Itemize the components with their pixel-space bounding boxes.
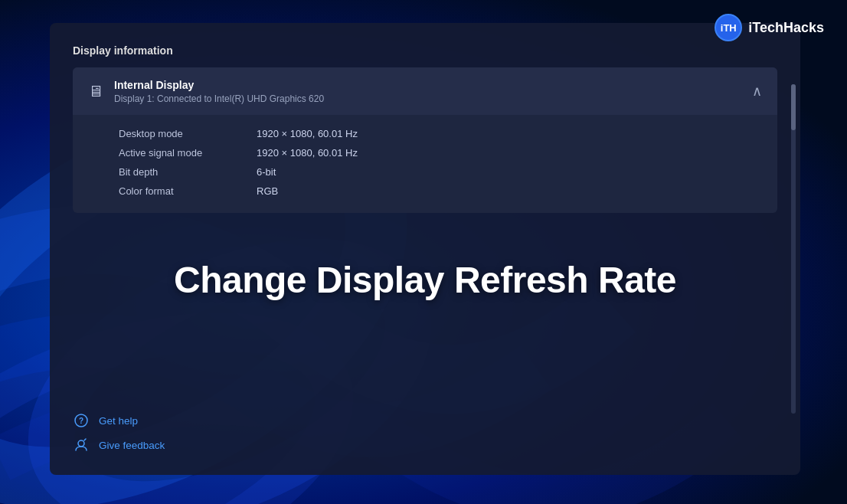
info-value-color-format: RGB [257,185,278,197]
scrollbar[interactable] [791,84,796,414]
info-value-bit-depth: 6-bit [257,166,276,178]
info-label-active-signal: Active signal mode [119,147,257,159]
display-subtitle: Display 1: Connected to Intel(R) UHD Gra… [114,93,324,104]
chevron-up-icon[interactable]: ∧ [752,83,762,100]
get-help-label: Get help [99,415,138,427]
svg-point-5 [78,440,84,447]
display-card: 🖥 Internal Display Display 1: Connected … [73,67,777,213]
brand-icon: iTH [715,14,742,41]
display-title: Internal Display [114,78,324,92]
table-row: Bit depth 6-bit [119,162,762,182]
section-title: Display information [73,44,777,57]
give-feedback-label: Give feedback [99,440,165,451]
bottom-links: ? Get help Give feedback [73,412,777,453]
info-label-desktop-mode: Desktop mode [119,128,257,139]
display-info-table: Desktop mode 1920 × 1080, 60.01 Hz Activ… [73,115,777,213]
spacer [73,347,777,412]
get-help-link[interactable]: ? Get help [73,412,777,429]
monitor-icon: 🖥 [88,83,103,100]
give-feedback-icon [73,437,90,453]
info-value-desktop-mode: 1920 × 1080, 60.01 Hz [257,128,358,139]
info-label-bit-depth: Bit depth [119,166,257,178]
display-header-left: 🖥 Internal Display Display 1: Connected … [88,78,324,104]
give-feedback-link[interactable]: Give feedback [73,437,777,453]
table-row: Desktop mode 1920 × 1080, 60.01 Hz [119,124,762,143]
brand-name: iTechHacks [748,20,824,36]
brand-logo: iTH iTechHacks [715,14,824,41]
display-info: Internal Display Display 1: Connected to… [114,78,324,104]
settings-panel: Display information 🖥 Internal Display D… [50,23,800,475]
info-value-active-signal: 1920 × 1080, 60.01 Hz [257,147,358,159]
svg-text:?: ? [79,417,83,425]
main-heading: Change Display Refresh Rate [73,259,777,301]
table-row: Color format RGB [119,182,762,201]
get-help-icon: ? [73,412,90,429]
display-header[interactable]: 🖥 Internal Display Display 1: Connected … [73,67,777,115]
table-row: Active signal mode 1920 × 1080, 60.01 Hz [119,143,762,162]
info-label-color-format: Color format [119,185,257,197]
scrollbar-thumb[interactable] [791,84,796,130]
